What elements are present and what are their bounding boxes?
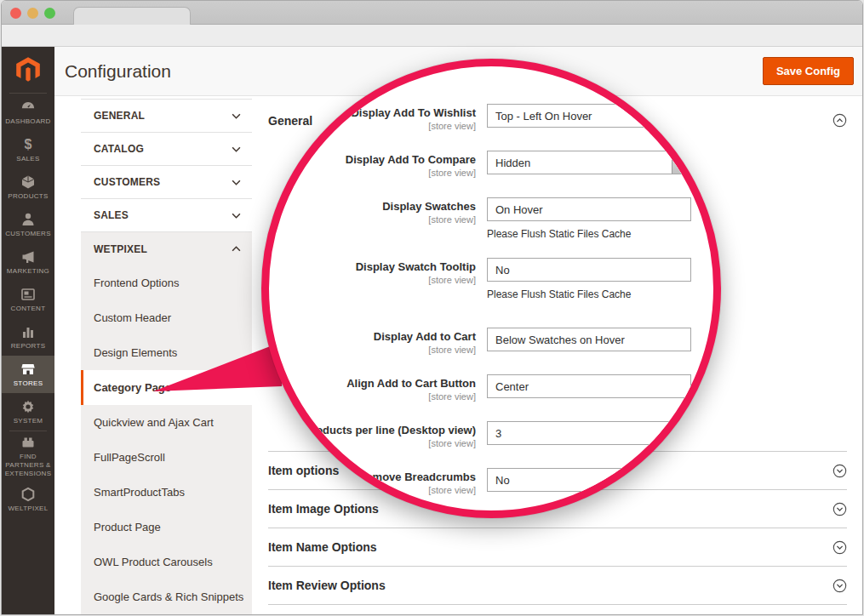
browser-tab[interactable]: [73, 7, 191, 25]
sidebar-item-find-partners-extensions[interactable]: FIND PARTNERS & EXTENSIONS: [2, 431, 54, 481]
select-input[interactable]: No: [487, 258, 691, 282]
config-nav-section-catalog[interactable]: CATALOG: [81, 133, 252, 166]
select-input[interactable]: On Hover: [487, 197, 691, 221]
field-note: Please Flush Static Files Cache: [487, 288, 691, 300]
field-label: Display Add To Compare [store view]: [283, 151, 476, 180]
magnifier-content: Display Add To Wishlist [store view] Top…: [261, 59, 721, 518]
general-section-title: General: [268, 114, 312, 128]
collapsed-section-title: Item Review Options: [268, 579, 386, 592]
select-value: No: [495, 264, 510, 277]
section-row-item-name-options[interactable]: Item Name Options: [268, 528, 847, 567]
sidebar-item-sales[interactable]: $ SALES: [2, 131, 54, 168]
magento-logo-icon[interactable]: [2, 47, 54, 93]
sidebar-item-system[interactable]: SYSTEM: [2, 393, 54, 431]
close-window-button[interactable]: [10, 8, 21, 19]
config-nav-section-wetpixel[interactable]: WETPIXEL: [81, 232, 252, 265]
select-input[interactable]: Center: [487, 374, 691, 398]
sidebar-item-marketing[interactable]: MARKETING: [2, 243, 54, 281]
expand-down-icon[interactable]: [833, 540, 847, 555]
expand-down-icon[interactable]: [833, 502, 847, 516]
config-nav-subitem-owl-product-carousels[interactable]: OWL Product Carousels: [81, 545, 252, 579]
collapse-up-icon[interactable]: [833, 113, 847, 128]
sales-icon: $: [20, 136, 37, 153]
sidebar-item-label: PRODUCTS: [8, 192, 48, 201]
sidebar-item-weltpixel[interactable]: WELTPIXEL: [2, 481, 54, 518]
sidebar-item-content[interactable]: CONTENT: [2, 281, 54, 318]
config-nav-subitem-fullpagescroll[interactable]: FullPageScroll: [81, 440, 252, 475]
config-field-row: Display Swatch Tooltip [store view] No P…: [283, 258, 698, 300]
select-input[interactable]: 3: [487, 421, 672, 445]
section-row-item-review-options[interactable]: Item Review Options: [268, 567, 847, 605]
wetpixel-subitems: Frontend OptionsCustom HeaderDesign Elem…: [81, 265, 252, 615]
zoom-window-button[interactable]: [44, 8, 55, 19]
sidebar-item-label: REPORTS: [11, 342, 46, 351]
field-label-text: Display Add to Cart: [283, 330, 476, 344]
sidebar-item-label: MARKETING: [7, 267, 49, 276]
config-nav-subitem-google-cards-rich-snippets[interactable]: Google Cards & Rich Snippets: [81, 579, 252, 614]
sidebar-item-reports[interactable]: REPORTS: [2, 318, 54, 356]
select-value: No: [495, 474, 510, 487]
extensions-icon: [20, 434, 37, 451]
select-value: Hidden: [495, 157, 530, 169]
config-nav-subitem-quickview-and-ajax-cart[interactable]: Quickview and Ajax Cart: [81, 405, 252, 440]
products-icon: [20, 174, 37, 191]
config-nav-subitem-smartproducttabs[interactable]: SmartProductTabs: [81, 475, 252, 510]
field-label: Display Add to Cart [store view]: [283, 328, 476, 356]
config-nav-section-general[interactable]: GENERAL: [81, 100, 252, 133]
field-label: Display Swatch Tooltip [store view]: [283, 258, 476, 300]
field-label-text: Display Add To Compare: [283, 153, 476, 167]
config-nav-section-sales[interactable]: SALES: [81, 199, 252, 232]
save-config-button[interactable]: Save Config: [763, 57, 854, 85]
collapsed-section-title: Item Name Options: [268, 540, 377, 554]
sidebar-item-dashboard[interactable]: DASHBOARD: [2, 94, 54, 131]
sidebar-item-label: CUSTOMERS: [5, 230, 51, 238]
sidebar-item-label: CONTENT: [11, 305, 46, 313]
field-scope-text: [store view]: [283, 391, 476, 403]
field-control: Below Swatches on Hover: [487, 328, 691, 356]
magento-logo-icon: [14, 55, 43, 84]
config-nav-subitem-product-page[interactable]: Product Page: [81, 510, 252, 545]
chevron-up-icon: [232, 246, 241, 252]
config-nav-subitem-custom-header[interactable]: Custom Header: [81, 300, 252, 335]
config-field-row: Align Add to Cart Button [store view] Ce…: [283, 374, 698, 403]
content-icon: [20, 286, 37, 303]
field-control: No Please Flush Static Files Cache: [487, 258, 691, 300]
select-value: 3: [495, 427, 501, 440]
sidebar-item-label: STORES: [14, 379, 43, 388]
config-nav-subitem-frontend-options[interactable]: Frontend Options: [81, 265, 252, 300]
expand-down-icon[interactable]: [833, 464, 847, 478]
config-field-row: Display Swatches [store view] On Hover P…: [283, 197, 698, 240]
chevron-down-icon: [232, 180, 241, 185]
field-label-text: Display Swatch Tooltip: [283, 260, 476, 274]
sidebar-item-label: WELTPIXEL: [8, 505, 48, 513]
expand-down-icon[interactable]: [833, 579, 847, 593]
config-field-row: Products per line (Desktop view) [store …: [283, 421, 698, 450]
collapsed-section-title: Item options: [268, 464, 339, 477]
browser-toolbar: [2, 25, 862, 47]
config-nav-section-label: SALES: [94, 209, 129, 221]
field-control: Hidden: [487, 151, 691, 180]
chevron-down-icon: [232, 146, 241, 152]
sidebar-item-label: SALES: [16, 155, 39, 163]
config-nav-subitem-category-page[interactable]: Category Page: [81, 370, 252, 405]
select-input[interactable]: Below Swatches on Hover: [487, 328, 691, 351]
select-input[interactable]: Hidden: [487, 151, 691, 174]
field-control: Center: [487, 374, 691, 403]
sidebar-item-customers[interactable]: CUSTOMERS: [2, 206, 54, 243]
field-label: Display Swatches [store view]: [283, 197, 476, 240]
config-nav-section-customers[interactable]: CUSTOMERS: [81, 166, 252, 199]
stores-icon: [20, 361, 37, 378]
browser-window: DASHBOARD $ SALES PRODUCTS CUSTOMERS MAR…: [1, 0, 863, 615]
reports-icon: [20, 323, 37, 340]
admin-sidebar: DASHBOARD $ SALES PRODUCTS CUSTOMERS MAR…: [2, 47, 54, 615]
window-controls: [10, 8, 55, 19]
browser-titlebar: [2, 1, 862, 25]
config-nav-section-label: CATALOG: [94, 143, 144, 155]
minimize-window-button[interactable]: [27, 8, 38, 19]
field-label: Align Add to Cart Button [store view]: [283, 374, 476, 403]
sidebar-item-label: DASHBOARD: [5, 117, 50, 126]
sidebar-item-products[interactable]: PRODUCTS: [2, 168, 54, 206]
sidebar-item-stores[interactable]: STORES: [2, 356, 54, 393]
field-control: On Hover Please Flush Static Files Cache: [487, 197, 691, 240]
config-nav-subitem-design-elements[interactable]: Design Elements: [81, 335, 252, 370]
